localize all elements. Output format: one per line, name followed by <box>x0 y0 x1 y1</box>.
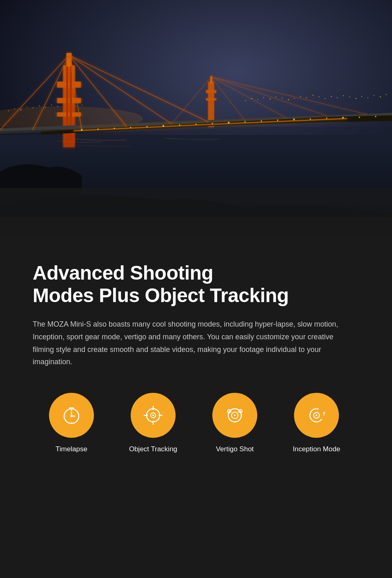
feature-vertigo-shot: Vertigo Shot <box>196 393 274 453</box>
inception-mode-icon <box>304 403 329 428</box>
svg-point-117 <box>319 414 320 416</box>
svg-point-65 <box>114 128 115 129</box>
feature-inception-mode: Inception Mode <box>278 393 355 453</box>
svg-rect-22 <box>288 99 289 100</box>
svg-rect-23 <box>294 98 295 99</box>
svg-point-79 <box>342 117 344 119</box>
svg-rect-19 <box>270 99 271 99</box>
svg-rect-7 <box>39 105 40 106</box>
svg-point-81 <box>375 116 376 117</box>
svg-rect-33 <box>355 98 356 99</box>
object-tracking-icon-circle <box>131 393 176 438</box>
svg-point-118 <box>316 412 317 413</box>
feature-timelapse: Timelapse <box>33 393 110 453</box>
svg-rect-17 <box>257 99 258 100</box>
svg-rect-5 <box>27 106 27 107</box>
svg-point-76 <box>293 119 295 120</box>
svg-point-69 <box>179 125 180 126</box>
timelapse-label: Timelapse <box>56 445 87 453</box>
vertigo-shot-icon-circle <box>212 393 257 438</box>
svg-rect-6 <box>33 108 33 108</box>
timelapse-icon <box>59 403 84 428</box>
content-section: Advanced Shooting Modes Plus Object Trac… <box>0 237 392 486</box>
svg-rect-31 <box>343 95 344 96</box>
svg-rect-13 <box>76 105 76 106</box>
svg-point-112 <box>228 414 229 416</box>
svg-rect-37 <box>380 96 381 97</box>
timelapse-icon-circle <box>49 393 94 438</box>
vertigo-shot-icon <box>223 403 247 428</box>
svg-rect-50 <box>206 98 216 101</box>
svg-rect-20 <box>276 96 276 97</box>
svg-rect-27 <box>318 96 319 97</box>
svg-point-113 <box>241 414 242 416</box>
svg-rect-29 <box>331 96 332 97</box>
svg-point-104 <box>229 410 230 412</box>
object-tracking-label: Object Tracking <box>129 445 177 453</box>
svg-rect-32 <box>349 96 350 97</box>
svg-rect-9 <box>51 104 52 105</box>
inception-mode-label: Inception Mode <box>293 445 340 453</box>
svg-point-75 <box>277 120 278 121</box>
svg-point-116 <box>316 414 317 416</box>
svg-rect-18 <box>263 97 264 98</box>
svg-rect-83 <box>0 217 392 237</box>
svg-point-71 <box>212 123 213 124</box>
feature-object-tracking: Object Tracking <box>114 393 192 453</box>
svg-point-111 <box>234 421 236 422</box>
svg-rect-42 <box>57 82 81 87</box>
svg-rect-14 <box>82 105 82 105</box>
svg-rect-3 <box>14 108 15 109</box>
svg-point-78 <box>326 118 327 119</box>
page-title: Advanced Shooting Modes Plus Object Trac… <box>33 262 359 307</box>
svg-point-74 <box>261 121 262 122</box>
svg-rect-25 <box>306 97 307 98</box>
inception-mode-icon-circle <box>294 393 339 438</box>
svg-rect-38 <box>386 94 387 95</box>
svg-point-64 <box>98 129 99 130</box>
vertigo-shot-label: Vertigo Shot <box>216 445 254 453</box>
svg-point-89 <box>71 415 73 417</box>
svg-point-72 <box>228 122 229 123</box>
svg-point-68 <box>163 125 164 127</box>
svg-rect-30 <box>337 97 338 98</box>
features-row: Timelapse Object Tracking <box>33 393 359 453</box>
svg-rect-24 <box>300 96 301 97</box>
svg-rect-4 <box>20 110 22 110</box>
svg-rect-28 <box>325 98 325 99</box>
svg-point-66 <box>130 127 131 128</box>
svg-rect-36 <box>374 95 374 96</box>
svg-rect-2 <box>8 110 9 111</box>
svg-point-70 <box>196 124 197 125</box>
svg-point-77 <box>310 119 311 120</box>
svg-point-73 <box>245 121 246 123</box>
svg-rect-26 <box>312 95 314 96</box>
svg-rect-8 <box>45 107 46 108</box>
svg-rect-15 <box>245 100 246 101</box>
svg-rect-49 <box>206 90 216 93</box>
svg-point-106 <box>240 410 241 412</box>
object-tracking-icon <box>141 403 165 428</box>
svg-point-67 <box>147 126 148 128</box>
svg-rect-34 <box>361 96 362 97</box>
svg-point-110 <box>234 408 236 409</box>
svg-point-80 <box>359 117 360 118</box>
svg-rect-35 <box>368 97 368 98</box>
svg-rect-44 <box>57 112 81 116</box>
svg-point-63 <box>81 129 82 131</box>
svg-rect-10 <box>57 106 58 107</box>
description-text: The MOZA Mini-S also boasts many cool sh… <box>33 318 351 368</box>
svg-point-107 <box>234 414 236 416</box>
hero-image <box>0 0 392 237</box>
svg-point-96 <box>152 414 154 416</box>
svg-rect-21 <box>282 98 283 99</box>
